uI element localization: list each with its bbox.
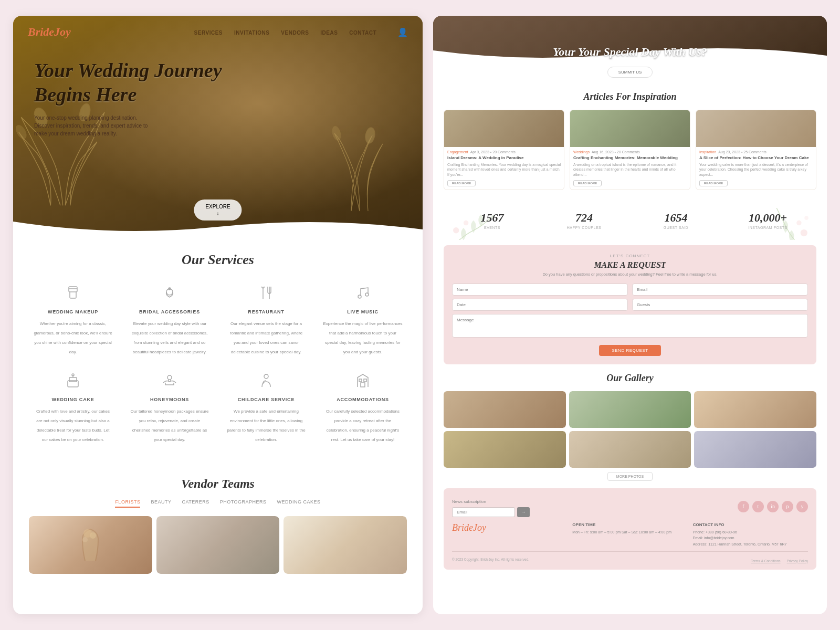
gallery-item-5: [569, 431, 691, 468]
nav-links: SERVICES INVITATIONS VENDORS IDEAS CONTA…: [194, 27, 376, 37]
honeymoons-name: HONEYMOONS: [130, 397, 209, 402]
service-accessories: BRIDAL ACCESSORIES Elevate your wedding …: [125, 280, 214, 360]
read-more-btn-2[interactable]: READ MORE: [573, 180, 602, 186]
footer-open-time-col: OPEN TIME Mon – Fri: 9:00 am – 5:00 pm S…: [572, 522, 687, 547]
svg-point-23: [90, 532, 96, 539]
send-request-button[interactable]: SEND REQUEST: [599, 345, 660, 356]
music-name: LIVE MUSIC: [323, 309, 403, 314]
vendor-tab-cakes[interactable]: WEDDING CAKES: [277, 499, 321, 508]
read-more-btn-1[interactable]: READ MORE: [447, 180, 476, 186]
accessories-name: BRIDAL ACCESSORIES: [130, 309, 209, 314]
footer-terms[interactable]: Terms & Conditions: [751, 559, 780, 563]
message-textarea[interactable]: [452, 314, 808, 338]
article-category-1: Engagement: [447, 150, 468, 154]
service-music: LIVE MUSIC Experience the magic of live …: [319, 280, 407, 360]
vendor-image-2: [156, 516, 280, 574]
footer-open-time: Mon – Fri: 9:00 am – 5:00 pm Sat – Sat: …: [572, 529, 687, 535]
footer-contact-label: CONTACT INFO: [693, 522, 808, 527]
footer-email: Email: info@bridejoy.com: [693, 535, 808, 541]
summit-button-area: SUMMIT US: [433, 63, 827, 81]
nav-vendors[interactable]: VENDORS: [281, 30, 309, 36]
service-accommodations: ACCOMMODATIONS Our carefully selected ac…: [319, 368, 407, 447]
article-title-1: Island Dreams: A Wedding in Paradise: [447, 155, 561, 161]
vendor-section: Vendor Teams FLORISTS BEAUTY CATERERS PH…: [13, 466, 423, 584]
svg-rect-5: [69, 287, 77, 292]
vendor-title: Vendor Teams: [29, 477, 407, 491]
guests-input[interactable]: [632, 299, 808, 311]
services-title: Our Services: [29, 252, 407, 268]
read-more-btn-3[interactable]: READ MORE: [699, 180, 728, 186]
services-section: Our Services WEDDING MAKEUP Whether you'…: [13, 236, 423, 466]
svg-point-12: [365, 293, 369, 296]
facebook-icon[interactable]: f: [738, 501, 749, 512]
honeymoons-desc: Our tailored honeymoon packages ensure y…: [131, 409, 209, 442]
nav-invitations[interactable]: INVITATIONS: [234, 30, 269, 36]
make-request-label: LET'S CONNECT: [452, 254, 808, 258]
vendor-image-3: [284, 516, 407, 574]
svg-point-27: [801, 229, 807, 236]
svg-point-8: [169, 288, 171, 290]
email-input[interactable]: [632, 284, 808, 296]
nav-ideas[interactable]: IDEAS: [320, 30, 338, 36]
footer-section: News subscription → f t in p y: [444, 488, 816, 570]
right-main-content: Articles For Inspiration Engagement Apr …: [433, 81, 827, 614]
article-image-2: [570, 110, 690, 147]
music-icon: [323, 285, 403, 305]
summit-btn[interactable]: SUMMIT US: [607, 67, 653, 78]
date-input[interactable]: [452, 299, 628, 311]
stat-guests-label: GUEST SAID: [633, 226, 719, 229]
more-photos-button[interactable]: MORE PHOTOS: [607, 472, 653, 481]
accommodations-name: ACCOMMODATIONS: [323, 397, 403, 402]
svg-point-11: [358, 295, 361, 298]
user-icon[interactable]: 👤: [397, 27, 408, 37]
stat-couples: 724 HAPPY COUPLES: [541, 211, 627, 229]
vendor-tab-photographers[interactable]: PHOTOGRAPHERS: [220, 499, 267, 508]
svg-point-16: [72, 374, 74, 376]
stat-guests-number: 1654: [665, 211, 688, 224]
service-childcare: CHILDCARE SERVICE We provide a safe and …: [222, 368, 310, 447]
name-input[interactable]: [452, 284, 628, 296]
stat-couples-number: 724: [575, 211, 593, 224]
brand-logo: BrideJoy: [28, 25, 71, 39]
twitter-icon[interactable]: t: [752, 501, 764, 512]
article-image-1: [444, 110, 564, 147]
svg-point-17: [167, 375, 172, 380]
svg-rect-19: [361, 383, 365, 387]
article-excerpt-3: Your wedding cake is more than just a de…: [699, 162, 813, 176]
stat-events-label: EVENTS: [449, 226, 536, 229]
gallery-image-5: [569, 431, 691, 468]
footer-policy-links: Terms & Conditions Privacy Policy: [751, 555, 808, 564]
stat-guests: 1654 GUEST SAID: [633, 211, 719, 229]
accessories-icon: [130, 285, 209, 305]
article-card-3: Inspiration Aug 23, 2023 • 25 Comments A…: [696, 110, 816, 190]
explore-button[interactable]: EXPLORE ↓: [194, 200, 242, 220]
svg-rect-21: [364, 379, 366, 382]
cake-name: WEDDING CAKE: [33, 397, 113, 402]
newsletter-submit[interactable]: →: [517, 507, 530, 517]
accommodations-desc: Our carefully selected accommodations pr…: [326, 409, 400, 442]
music-desc: Experience the magic of live performance…: [323, 321, 402, 354]
vendor-tab-florists[interactable]: FLORISTS: [115, 499, 140, 508]
newsletter-label: News subscription: [452, 499, 486, 504]
gallery-item-2: [569, 391, 691, 428]
restaurant-icon: [226, 285, 306, 305]
gallery-grid: [444, 391, 816, 468]
svg-point-24: [82, 537, 88, 542]
article-meta-2: Weddings Aug 16, 2023 • 20 Comments Craf…: [570, 147, 690, 190]
nav-contact[interactable]: CONTACT: [349, 30, 376, 36]
form-row-2: [452, 299, 808, 311]
hero-subtitle: Your one-stop wedding planning destinati…: [34, 114, 150, 138]
pinterest-icon[interactable]: p: [782, 501, 793, 512]
makeup-icon: [33, 285, 113, 305]
footer-privacy[interactable]: Privacy Policy: [787, 559, 808, 563]
youtube-icon[interactable]: y: [796, 501, 808, 512]
vendor-tab-beauty[interactable]: BEAUTY: [151, 499, 171, 508]
article-category-3: Inspiration: [699, 150, 716, 154]
instagram-icon[interactable]: in: [767, 501, 779, 512]
newsletter-input[interactable]: [452, 507, 515, 517]
nav-services[interactable]: SERVICES: [194, 30, 223, 36]
form-row-1: [452, 284, 808, 296]
gallery-item-4: [444, 431, 566, 468]
vendor-tab-caterers[interactable]: CATERERS: [182, 499, 209, 508]
footer-copyright: © 2023 Copyright. BrideJoy Inc. All righ…: [452, 558, 529, 561]
